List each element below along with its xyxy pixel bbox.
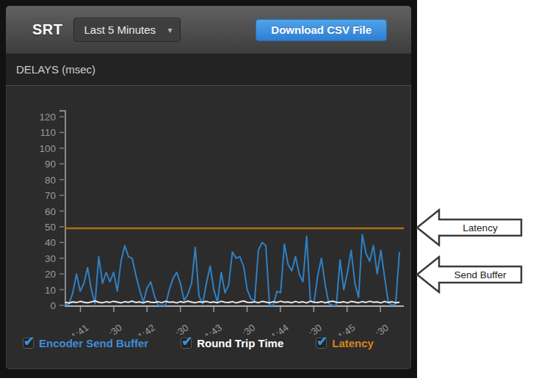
- section-title: DELAYS (msec): [16, 63, 95, 76]
- svg-text:80: 80: [45, 175, 56, 186]
- latency-annotation-arrow: Latency: [416, 208, 524, 247]
- time-range-value: Last 5 Minutes: [84, 23, 156, 36]
- svg-text:11:43: 11:43: [199, 322, 224, 335]
- download-csv-button[interactable]: Download CSV File: [256, 19, 387, 41]
- svg-text:11:45: 11:45: [332, 322, 357, 335]
- svg-text::30: :30: [106, 322, 123, 335]
- time-range-dropdown[interactable]: Last 5 Minutes ▾: [73, 18, 181, 42]
- legend-item-latency[interactable]: ✔ Latency: [316, 337, 374, 349]
- svg-text:100: 100: [39, 143, 56, 154]
- svg-text:110: 110: [40, 127, 56, 138]
- svg-text:70: 70: [45, 190, 56, 201]
- legend-item-encoder-send-buffer[interactable]: ✔ Encoder Send Buffer: [23, 337, 148, 349]
- srt-stats-panel: SRT Last 5 Minutes ▾ Download CSV File D…: [0, 0, 417, 378]
- svg-text:90: 90: [45, 159, 56, 170]
- annotation-label: Send Buffer: [454, 269, 507, 280]
- svg-text:11:42: 11:42: [132, 322, 157, 335]
- svg-text:20: 20: [45, 269, 56, 280]
- legend-label: Round Trip Time: [197, 337, 283, 349]
- checkbox-encoder-send-buffer[interactable]: ✔: [23, 338, 34, 349]
- send-buffer-annotation-arrow: Send Buffer: [416, 255, 524, 294]
- svg-text::30: :30: [240, 322, 257, 335]
- header-bar: SRT Last 5 Minutes ▾ Download CSV File: [6, 6, 411, 54]
- checkbox-latency[interactable]: ✔: [316, 338, 327, 349]
- svg-text:40: 40: [45, 237, 56, 248]
- checkbox-round-trip-time[interactable]: ✔: [181, 338, 192, 349]
- svg-text:30: 30: [45, 253, 56, 264]
- legend-label: Latency: [332, 337, 374, 349]
- app-title: SRT: [32, 21, 63, 38]
- chart-legend: ✔ Encoder Send Buffer ✔ Round Trip Time …: [7, 337, 410, 349]
- svg-text:11:44: 11:44: [266, 322, 291, 335]
- svg-text:10: 10: [45, 285, 56, 296]
- section-header: DELAYS (msec): [6, 54, 411, 86]
- chevron-down-icon: ▾: [167, 25, 172, 35]
- svg-text::30: :30: [373, 322, 390, 335]
- checkmark-icon: ✔: [316, 333, 327, 349]
- legend-label: Encoder Send Buffer: [39, 337, 148, 349]
- svg-text:0: 0: [50, 300, 56, 311]
- delays-chart: 010203040506070809010011012011:41:3011:4…: [7, 86, 410, 335]
- svg-text:50: 50: [45, 222, 56, 233]
- svg-text:11:41: 11:41: [65, 322, 90, 335]
- checkmark-icon: ✔: [181, 333, 192, 349]
- annotation-label: Latency: [463, 222, 498, 233]
- legend-item-round-trip-time[interactable]: ✔ Round Trip Time: [181, 337, 283, 349]
- svg-text:120: 120: [39, 112, 56, 123]
- checkmark-icon: ✔: [23, 333, 35, 349]
- chart-panel: 010203040506070809010011012011:41:3011:4…: [6, 86, 411, 369]
- svg-text:60: 60: [45, 206, 56, 217]
- screen: SRT Last 5 Minutes ▾ Download CSV File D…: [0, 0, 536, 392]
